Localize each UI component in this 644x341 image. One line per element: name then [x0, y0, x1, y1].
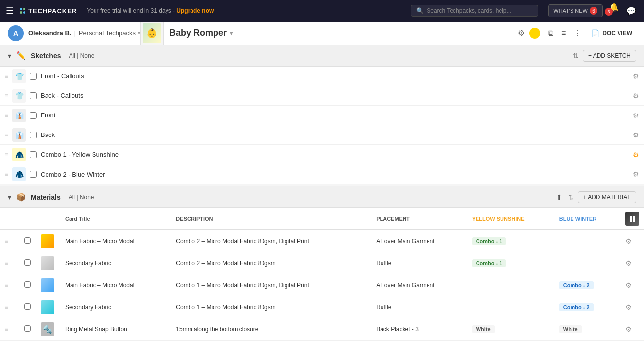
material-card-title[interactable]: Ring Metal Snap Button — [60, 318, 171, 341]
drag-handle[interactable]: ≡ — [5, 326, 8, 333]
col-placement: PLACEMENT — [371, 208, 467, 230]
sketch-checkbox[interactable] — [30, 112, 37, 119]
materials-upload-button[interactable]: ⬆ — [554, 191, 564, 203]
drag-handle[interactable]: ≡ — [5, 151, 8, 158]
sketches-toggle[interactable]: ▾ — [8, 52, 11, 60]
sketch-settings-button[interactable]: ⚙ — [633, 112, 639, 119]
settings-icon[interactable]: ⚙ — [518, 28, 525, 38]
sketch-settings-button[interactable]: ⚙ — [633, 131, 639, 139]
sketch-name[interactable]: Back — [41, 131, 629, 138]
drag-handle[interactable]: ≡ — [5, 260, 8, 267]
yellow-combo-value[interactable]: Combo - 1 — [472, 259, 506, 267]
material-description[interactable]: Combo 1 – Micro Modal Fabric 80gsm — [171, 296, 371, 318]
sketch-name[interactable]: Combo 2 - Blue Winter — [41, 171, 629, 178]
materials-filter-all[interactable]: All — [69, 194, 75, 201]
material-checkbox[interactable] — [24, 259, 31, 266]
material-placement[interactable]: Ruffle — [371, 296, 467, 318]
material-card-title[interactable]: Main Fabric – Micro Modal — [60, 230, 171, 252]
sketches-filter-none[interactable]: None — [80, 52, 95, 59]
materials-toggle[interactable]: ▾ — [8, 193, 11, 201]
sketch-icon: ✏️ — [16, 51, 26, 60]
material-settings-button[interactable]: ⚙ — [625, 303, 632, 311]
material-settings-button[interactable]: ⚙ — [625, 259, 632, 267]
material-checkbox[interactable] — [24, 237, 31, 244]
material-placement[interactable]: All over Main Garment — [371, 230, 467, 252]
user-name[interactable]: Oleksandra B. — [28, 29, 71, 37]
sketch-name[interactable]: Back - Callouts — [41, 92, 629, 99]
column-manage-icon[interactable] — [625, 212, 639, 226]
sketches-filter-all[interactable]: All — [69, 52, 75, 59]
drag-handle[interactable]: ≡ — [5, 132, 8, 138]
material-placement[interactable]: Back Placket - 3 — [371, 318, 467, 341]
workspace-breadcrumb[interactable]: Personal Techpacks ▾ — [79, 29, 140, 37]
drag-handle[interactable]: ≡ — [5, 92, 8, 99]
upgrade-link[interactable]: Upgrade now — [176, 7, 214, 14]
material-settings-button[interactable]: ⚙ — [625, 281, 632, 289]
material-checkbox[interactable] — [24, 303, 31, 310]
materials-section-header: ▾ 📦 Materials All | None ⬆ ⇅ + ADD MATER… — [0, 186, 644, 208]
material-description[interactable]: Combo 2 – Micro Modal Fabric 80gsm — [171, 252, 371, 274]
material-placement[interactable]: Ruffle — [371, 252, 467, 274]
whats-new-button[interactable]: WHAT'S NEW 6 — [548, 4, 603, 17]
sketch-checkbox[interactable] — [30, 132, 37, 138]
sketches-sort-icon[interactable]: ⇅ — [573, 52, 579, 60]
sketch-name[interactable]: Front - Callouts — [41, 72, 629, 80]
notifications-button[interactable]: 🔔 3 — [607, 0, 620, 22]
trial-text: Your free trial will end in 31 days - Up… — [87, 7, 214, 14]
sketch-settings-button[interactable]: ⚙ — [633, 72, 639, 80]
sketch-checkbox[interactable] — [30, 92, 37, 99]
drag-handle[interactable]: ≡ — [5, 112, 8, 119]
material-checkbox[interactable] — [24, 281, 31, 288]
search-bar[interactable]: 🔍 — [411, 5, 538, 17]
blue-combo-value[interactable]: White — [559, 325, 582, 333]
material-checkbox[interactable] — [24, 325, 31, 332]
material-settings-button[interactable]: ⚙ — [625, 237, 632, 245]
drag-handle[interactable]: ≡ — [5, 171, 8, 178]
material-thumb — [41, 278, 54, 292]
sketch-settings-button[interactable]: ⚙ — [633, 170, 639, 178]
sketch-settings-button[interactable]: ⚙ — [633, 92, 639, 100]
material-description[interactable]: Combo 1 – Micro Modal Fabric 80gsm, Digi… — [171, 274, 371, 296]
product-name[interactable]: Baby Romper ▾ — [164, 28, 239, 38]
filter-button[interactable]: ≡ — [559, 27, 568, 40]
material-description[interactable]: Combo 2 – Micro Modal Fabric 80gsm, Digi… — [171, 230, 371, 252]
material-thumb — [41, 234, 54, 248]
product-thumbnail: 👶 — [140, 22, 164, 45]
material-description[interactable]: 15mm along the bottom closure — [171, 318, 371, 341]
product-thumb-img: 👶 — [143, 23, 161, 43]
sketch-settings-button[interactable]: ⚙ — [633, 151, 639, 159]
doc-view-button[interactable]: 📄 DOC VIEW — [587, 27, 636, 39]
sketch-checkbox[interactable] — [30, 151, 37, 158]
sketch-checkbox[interactable] — [30, 171, 37, 178]
color-swatch[interactable] — [529, 28, 540, 39]
yellow-combo-value[interactable]: White — [472, 325, 495, 333]
material-card-title[interactable]: Secondary Fabric — [60, 296, 171, 318]
material-card-title[interactable]: Secondary Fabric — [60, 252, 171, 274]
drag-handle[interactable]: ≡ — [5, 282, 8, 289]
materials-sort-icon[interactable]: ⇅ — [568, 193, 574, 201]
add-material-button[interactable]: + ADD MATERIAL — [578, 191, 636, 203]
sketch-name[interactable]: Front — [41, 112, 629, 119]
nav-separator: | — [74, 29, 75, 37]
chat-button[interactable]: 💬 — [624, 4, 638, 18]
drag-handle[interactable]: ≡ — [5, 73, 8, 80]
copy-button[interactable]: ⧉ — [546, 27, 555, 40]
menu-icon[interactable]: ☰ — [6, 5, 14, 16]
materials-filter-none[interactable]: None — [80, 194, 94, 201]
materials-section: Card Title DESCRIPTION PLACEMENT YELLOW … — [0, 208, 644, 341]
yellow-combo-value[interactable]: Combo - 1 — [472, 237, 506, 245]
blue-combo-value[interactable]: Combo - 2 — [559, 281, 594, 289]
add-sketch-button[interactable]: + ADD SKETCH — [583, 50, 636, 62]
material-card-title[interactable]: Main Fabric – Micro Modal — [60, 274, 171, 296]
drag-handle[interactable]: ≡ — [5, 238, 8, 245]
drag-handle[interactable]: ≡ — [5, 304, 8, 311]
second-nav-actions: ⚙ — [518, 28, 540, 39]
material-settings-button[interactable]: ⚙ — [625, 325, 632, 333]
material-placement[interactable]: All over Main Garment — [371, 274, 467, 296]
blue-combo-value[interactable]: Combo - 2 — [559, 303, 594, 311]
sketch-name[interactable]: Combo 1 - Yellow Sunshine — [41, 151, 629, 158]
search-input[interactable] — [427, 7, 533, 14]
more-options-button[interactable]: ⋮ — [572, 26, 583, 40]
sketch-checkbox[interactable] — [30, 73, 37, 80]
whats-new-badge: 6 — [590, 7, 597, 15]
